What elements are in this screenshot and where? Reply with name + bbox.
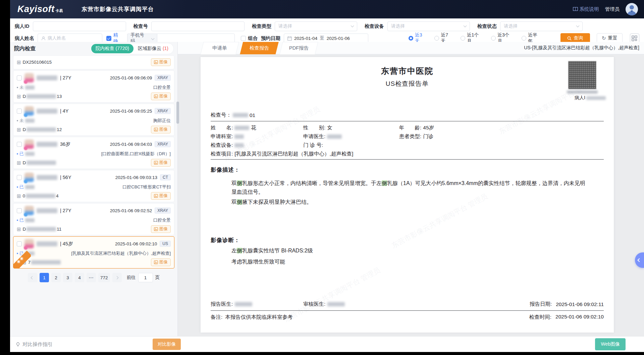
exam-checkbox[interactable] xyxy=(17,109,22,114)
gender-icon xyxy=(24,113,28,117)
image-button[interactable]: 图像 xyxy=(151,58,171,66)
exam-description: 口腔全景 xyxy=(153,217,171,223)
modality-tag: XRAY xyxy=(155,208,171,214)
field-patient-type: 患者类型:门诊 xyxy=(399,133,604,140)
patient-id-label: 病人ID xyxy=(15,23,30,29)
patient-name-redacted xyxy=(37,175,57,180)
gender-icon xyxy=(24,213,28,217)
status-placeholder: 请选择 xyxy=(504,23,518,29)
exam-list-item[interactable]: | 56Y 2025-01-06 09:03:13 CT 已 口腔CBCT锥形束… xyxy=(13,170,174,202)
exam-checkbox[interactable] xyxy=(17,142,22,147)
page-button-1[interactable]: 1 xyxy=(40,273,49,282)
radio-icon xyxy=(434,36,439,41)
page-button-last[interactable]: 772 xyxy=(98,273,110,282)
exam-list-item[interactable]: | 27Y 2025-01-06 09:06:09 XRAY 未 口腔全景 ⊞ … xyxy=(13,70,174,103)
status-select[interactable]: 请选择 xyxy=(500,21,583,31)
qr-code xyxy=(568,61,596,89)
exam-checkbox[interactable] xyxy=(17,75,22,80)
exam-datetime: 2025-01-06 09:03:13 xyxy=(115,175,157,180)
user-name[interactable]: 管理员 xyxy=(605,6,620,12)
status-dot-icon xyxy=(17,153,18,155)
image-button[interactable]: 图像 xyxy=(151,192,171,200)
image-button[interactable]: 图像 xyxy=(151,258,171,266)
device-select[interactable]: 请选择 xyxy=(387,21,470,31)
web-image-button[interactable]: Web图像 xyxy=(595,338,626,350)
patient-avatar xyxy=(24,173,34,182)
exam-no-input[interactable] xyxy=(151,21,245,31)
report-exam-no: 检查号： 01 xyxy=(211,112,604,119)
calendar-icon xyxy=(287,36,292,41)
description-title: 影像描述： xyxy=(211,166,604,174)
patient-name-redacted xyxy=(37,241,57,246)
status-redacted xyxy=(25,218,35,222)
patient-avatar xyxy=(24,239,34,248)
image-icon xyxy=(154,60,158,64)
brand-logo: Kayisoft 卡易 xyxy=(17,4,76,14)
report-tabbar: 申请单 检查报告 PDF报告 US-[乳腺及其引流区淋巴结彩超（乳腺中心）,超声… xyxy=(178,42,644,54)
exam-list-item[interactable]: 36岁 2025-01-06 09:04:03 XRAY 已 [口腔曲面断层,口… xyxy=(13,137,174,169)
image-icon xyxy=(154,227,158,231)
gender-icon xyxy=(24,80,28,84)
system-help-link[interactable]: 系统说明 xyxy=(573,6,599,12)
exam-checkbox[interactable] xyxy=(17,241,22,246)
patient-name-redacted xyxy=(37,142,57,147)
status-badge: 已 xyxy=(17,217,35,223)
report-panel: 申请单 检查报告 PDF报告 US-[乳腺及其引流区淋巴结彩超（乳腺中心）,超声… xyxy=(178,42,644,336)
date-separator: 至 xyxy=(320,35,324,41)
person-icon xyxy=(626,3,638,15)
tab-request-form[interactable]: 申请单 xyxy=(200,42,239,54)
exam-checkbox[interactable] xyxy=(17,175,22,180)
exam-checkbox[interactable] xyxy=(17,208,22,213)
panel-scrollbar[interactable] xyxy=(176,102,179,124)
gender-icon xyxy=(24,180,28,183)
exam-description: [乳腺及其引流区淋巴结彩超（乳腺中心）,超声检查] xyxy=(71,250,171,256)
exact-checkbox[interactable] xyxy=(106,36,111,41)
tab-internal-exams[interactable]: 院内检查 (7720) xyxy=(91,44,133,53)
corner-ribbon-badge xyxy=(13,251,31,268)
help-label: 系统说明 xyxy=(580,6,599,12)
tab-pdf-report[interactable]: PDF报告 xyxy=(279,42,319,54)
image-button[interactable]: 图像 xyxy=(151,93,171,100)
exam-type-select[interactable]: 请选择 xyxy=(275,21,357,31)
status-badge: 未 xyxy=(17,118,35,124)
collapse-panel-button[interactable] xyxy=(635,252,644,268)
patient-name-placeholder: 病人姓名 xyxy=(48,35,66,41)
modality-tag: CT xyxy=(160,174,171,180)
modality-tag: US xyxy=(160,241,171,247)
next-page-button[interactable] xyxy=(112,273,122,282)
exam-list-item[interactable]: | 27Y 2025-01-06 09:02:52 XRAY 已 口腔全景 ⊞ … xyxy=(13,203,174,235)
tab-regional-cloud[interactable]: 区域影像云 (1) xyxy=(133,44,173,53)
appoint-date-label: 预约日期 xyxy=(261,35,280,42)
compare-images-button[interactable]: 对比影像 xyxy=(153,339,181,350)
exam-list-item-selected[interactable]: | 45岁 2025-01-06 09:02:10 US 已 [乳腺及其引流区淋… xyxy=(13,236,174,269)
prev-page-button[interactable] xyxy=(28,273,37,282)
patient-age: | 27Y xyxy=(60,208,71,213)
field-exam-item: 检查项目:[乳腺及其引流区淋巴结彩超（乳腺中心）,超声检查] xyxy=(211,150,604,158)
page-button-4[interactable]: 4 xyxy=(75,273,84,282)
diagnosis-line: 考虑乳腺增生所致可能 xyxy=(231,258,590,266)
goto-page-input[interactable]: 1 xyxy=(138,273,153,282)
exam-number: D13 xyxy=(23,94,62,99)
tab-exam-report[interactable]: 检查报告 xyxy=(239,42,279,54)
qr-caption-redacted xyxy=(567,91,598,94)
page-button-2[interactable]: 2 xyxy=(51,273,61,282)
status-redacted xyxy=(25,152,35,156)
user-avatar[interactable] xyxy=(626,3,638,15)
modality-tag: XRAY xyxy=(155,141,171,147)
image-button[interactable]: 图像 xyxy=(151,225,171,233)
combo-checkbox[interactable] xyxy=(241,36,246,41)
patient-id-input[interactable] xyxy=(33,21,126,31)
exam-number: D xyxy=(23,160,57,165)
page-title: 东营市影像云共享调阅平台 xyxy=(82,5,154,13)
image-button[interactable]: 图像 xyxy=(151,159,171,167)
device-label: 检查设备 xyxy=(365,23,384,29)
patient-name-label: 病人姓名 xyxy=(15,35,34,42)
exam-description: 胸部正位 xyxy=(153,118,171,124)
more-pages-icon[interactable]: ••• xyxy=(87,273,96,282)
image-button[interactable]: 图像 xyxy=(151,126,171,133)
exam-list-item[interactable]: | 4Y 2025-01-06 09:05:25 XRAY 未 胸部正位 ⊞ D… xyxy=(13,104,174,136)
chevron-down-icon xyxy=(464,24,467,27)
page-button-3[interactable]: 3 xyxy=(63,273,72,282)
compare-guide-link[interactable]: 对比操作指引 xyxy=(15,341,53,348)
exam-list-item-partial[interactable]: ⊞ DX250106015 图像 xyxy=(13,55,174,69)
